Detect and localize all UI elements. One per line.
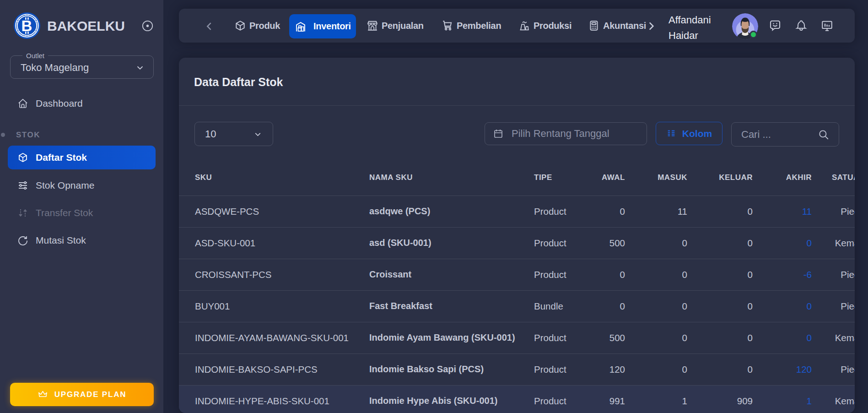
svg-text:B: B bbox=[22, 17, 32, 34]
